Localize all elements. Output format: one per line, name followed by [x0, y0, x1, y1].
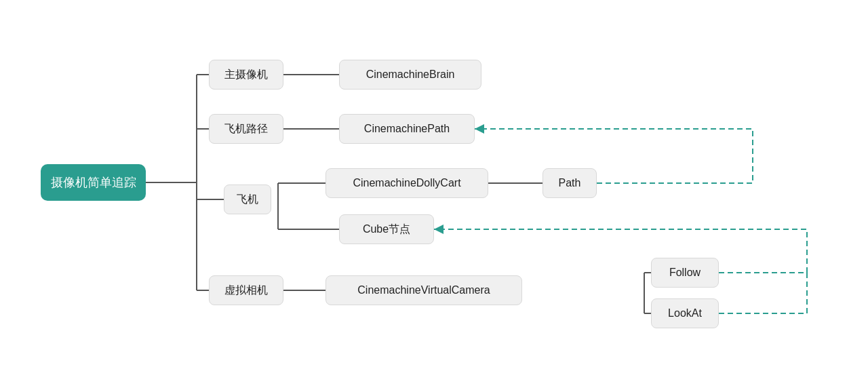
root-label: 摄像机简单追踪: [51, 174, 136, 191]
aircraft-path-node: 飞机路径: [209, 114, 283, 144]
aircraft-label: 飞机: [237, 193, 258, 207]
cinemachine-dollycart-node: CinemachineDollyCart: [326, 168, 488, 198]
cube-node-label: Cube节点: [363, 222, 410, 237]
path-node: Path: [542, 168, 597, 198]
svg-marker-16: [475, 124, 484, 134]
aircraft-path-label: 飞机路径: [224, 122, 268, 136]
cinemachine-virtualcamera-node: CinemachineVirtualCamera: [326, 275, 522, 305]
main-camera-node: 主摄像机: [209, 60, 283, 90]
cinemachine-brain-label: CinemachineBrain: [366, 69, 455, 81]
cinemachine-dollycart-label: CinemachineDollyCart: [353, 177, 460, 189]
follow-node: Follow: [651, 258, 719, 288]
svg-marker-17: [434, 225, 443, 234]
virtual-camera-node: 虚拟相机: [209, 275, 283, 305]
virtual-camera-label: 虚拟相机: [224, 284, 268, 298]
cinemachine-virtualcamera-label: CinemachineVirtualCamera: [357, 284, 490, 296]
lookat-node: LookAt: [651, 298, 719, 328]
aircraft-node: 飞机: [224, 184, 271, 214]
lookat-label: LookAt: [668, 307, 702, 319]
root-node: 摄像机简单追踪: [41, 164, 146, 201]
cinemachine-path-node: CinemachinePath: [339, 114, 475, 144]
cinemachine-brain-node: CinemachineBrain: [339, 60, 481, 90]
cinemachine-path-label: CinemachinePath: [364, 123, 450, 135]
main-camera-label: 主摄像机: [224, 68, 268, 82]
path-label: Path: [559, 177, 581, 189]
follow-label: Follow: [669, 267, 701, 279]
cube-node: Cube节点: [339, 214, 434, 244]
